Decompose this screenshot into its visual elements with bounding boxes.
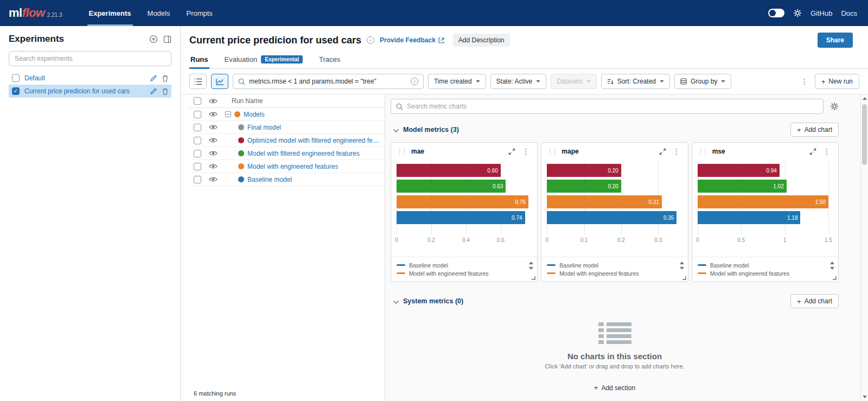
row-checkbox[interactable] (194, 150, 201, 157)
edit-pencil-icon[interactable] (150, 88, 157, 94)
drag-handle-icon[interactable]: ⋮⋮ (397, 148, 406, 155)
mlflow-logo[interactable]: mlflow 2.21.3 (9, 6, 62, 20)
legend-scroll-down-icon[interactable] (830, 267, 834, 270)
visibility-eye-icon[interactable] (209, 124, 218, 130)
run-name-link[interactable]: Models (244, 111, 265, 118)
list-view-button[interactable] (189, 74, 207, 89)
table-row[interactable]: Final model (189, 121, 385, 134)
vertical-scrollbar[interactable] (860, 94, 868, 401)
delete-trash-icon[interactable] (162, 75, 168, 82)
chart-bar[interactable]: 0.31 (547, 195, 662, 208)
visibility-eye-icon[interactable] (209, 137, 218, 143)
chart-bar[interactable]: 1.18 (698, 211, 801, 224)
chart-menu-icon[interactable]: ⋮ (821, 147, 833, 156)
tab-traces[interactable]: Traces (318, 55, 341, 68)
delete-trash-icon[interactable] (162, 88, 168, 95)
tab-evaluation[interactable]: EvaluationExperimental (224, 55, 304, 68)
legend-scroll-up-icon[interactable] (529, 262, 533, 264)
run-name-link[interactable]: Model with filtered engineered features (247, 150, 360, 157)
chart-bar[interactable]: 1.02 (698, 180, 787, 193)
time-created-dropdown[interactable]: Time created (428, 74, 486, 89)
run-name-link[interactable]: Final model (247, 124, 281, 131)
row-checkbox[interactable] (194, 176, 201, 183)
legend-item[interactable]: Model with engineered features (547, 269, 673, 277)
run-name-link[interactable]: Model with engineered features (247, 163, 338, 170)
toolbar-more-options-icon[interactable]: ⋮ (799, 77, 810, 86)
legend-item[interactable]: Model with engineered features (698, 269, 824, 277)
table-row[interactable]: Baseline model (189, 173, 385, 186)
charts-settings-gear-icon[interactable] (830, 102, 839, 111)
chart-bar[interactable]: 0.76 (397, 195, 528, 208)
select-all-checkbox[interactable] (194, 97, 201, 105)
resize-handle-icon[interactable] (833, 276, 837, 280)
row-checkbox[interactable] (194, 137, 201, 144)
search-experiments-input[interactable] (9, 51, 171, 66)
provide-feedback-link[interactable]: Provide Feedback (380, 36, 444, 44)
scroll-down-icon[interactable] (861, 396, 868, 398)
nav-item-prompts[interactable]: Prompts (178, 0, 220, 26)
add-section-button[interactable]: + Add section (594, 384, 635, 392)
github-link[interactable]: GitHub (810, 9, 832, 17)
expand-chart-icon[interactable] (659, 148, 666, 155)
chart-bar[interactable]: 0.20 (547, 180, 621, 193)
runs-search-input[interactable] (249, 78, 407, 85)
metric-charts-search-input[interactable] (407, 103, 818, 110)
run-name-link[interactable]: Optimized model with filtered engineered… (247, 137, 380, 144)
collapse-chevron-icon[interactable] (393, 126, 399, 132)
table-row[interactable]: Models (189, 108, 385, 121)
group-by-dropdown[interactable]: Group by (674, 74, 731, 89)
resize-handle-icon[interactable] (682, 276, 686, 280)
runs-search-box[interactable]: i (233, 74, 424, 89)
chart-bar[interactable]: 0.35 (547, 211, 676, 224)
chart-bar[interactable]: 0.60 (397, 164, 501, 177)
pop-out-panel-icon[interactable] (163, 35, 171, 43)
metric-charts-search-box[interactable] (391, 99, 824, 114)
experiment-checkbox[interactable] (12, 87, 20, 95)
edit-pencil-icon[interactable] (150, 75, 157, 81)
drag-handle-icon[interactable]: ⋮⋮ (547, 148, 557, 155)
row-checkbox[interactable] (194, 163, 201, 170)
visibility-eye-icon[interactable] (209, 176, 218, 182)
chart-bar[interactable]: 0.20 (547, 164, 621, 177)
experiment-checkbox[interactable] (12, 74, 20, 82)
legend-item[interactable]: Baseline model (547, 261, 673, 269)
tab-runs[interactable]: Runs (189, 55, 209, 68)
add-description-button[interactable]: Add Description (453, 34, 510, 47)
chart-bar[interactable]: 0.74 (397, 211, 525, 224)
chart-menu-icon[interactable]: ⋮ (671, 147, 682, 156)
collapse-minus-icon[interactable] (225, 111, 231, 117)
experiment-name-link[interactable]: Current price predicion for used cars (24, 87, 145, 95)
chart-bar[interactable]: 1.50 (698, 195, 828, 208)
create-experiment-icon[interactable] (149, 35, 158, 43)
search-info-icon[interactable]: i (411, 78, 418, 85)
run-name-link[interactable]: Baseline model (247, 176, 292, 183)
table-row[interactable]: Optimized model with filtered engineered… (189, 134, 385, 147)
legend-scroll-down-icon[interactable] (680, 267, 684, 270)
visibility-eye-icon[interactable] (209, 98, 218, 104)
state-dropdown[interactable]: State: Active (490, 74, 547, 89)
legend-item[interactable]: Baseline model (397, 261, 523, 269)
chart-menu-icon[interactable]: ⋮ (520, 147, 532, 156)
legend-scroll-down-icon[interactable] (529, 267, 533, 270)
chart-bar[interactable]: 0.94 (698, 164, 780, 177)
scroll-up-icon[interactable] (861, 97, 868, 100)
table-row[interactable]: Model with filtered engineered features (189, 147, 385, 160)
visibility-eye-icon[interactable] (209, 163, 218, 169)
expand-chart-icon[interactable] (508, 148, 515, 155)
docs-link[interactable]: Docs (841, 9, 857, 17)
visibility-eye-icon[interactable] (209, 111, 218, 117)
settings-gear-icon[interactable] (793, 9, 802, 17)
row-checkbox[interactable] (194, 124, 201, 131)
experiment-item-default[interactable]: Default (9, 72, 171, 85)
table-row[interactable]: Model with engineered features (189, 160, 385, 173)
experiment-name-link[interactable]: Default (24, 74, 145, 82)
add-chart-button[interactable]: +Add chart (790, 123, 839, 137)
legend-item[interactable]: Model with engineered features (397, 269, 523, 277)
sort-dropdown[interactable]: Sort: Created (601, 74, 670, 89)
collapse-chevron-icon[interactable] (393, 298, 399, 303)
visibility-eye-icon[interactable] (209, 150, 218, 156)
resize-handle-icon[interactable] (532, 276, 535, 280)
drag-handle-icon[interactable]: ⋮⋮ (698, 148, 707, 155)
legend-scroll-up-icon[interactable] (680, 262, 684, 264)
scrollbar-thumb[interactable] (862, 104, 867, 165)
